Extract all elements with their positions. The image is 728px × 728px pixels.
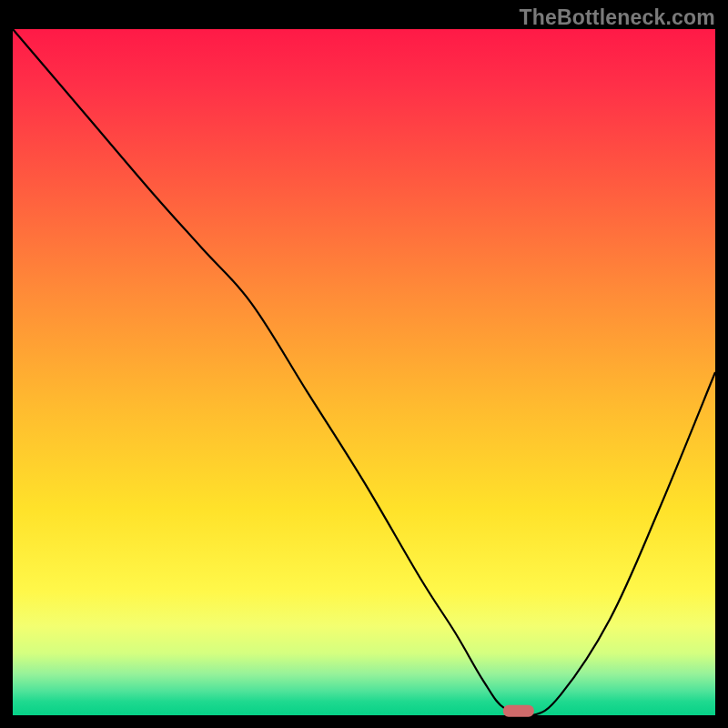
curve-layer bbox=[13, 29, 715, 715]
bottleneck-curve bbox=[13, 29, 715, 716]
optimal-marker bbox=[503, 705, 534, 717]
chart-frame: TheBottleneck.com bbox=[0, 0, 728, 728]
watermark-text: TheBottleneck.com bbox=[519, 5, 715, 30]
